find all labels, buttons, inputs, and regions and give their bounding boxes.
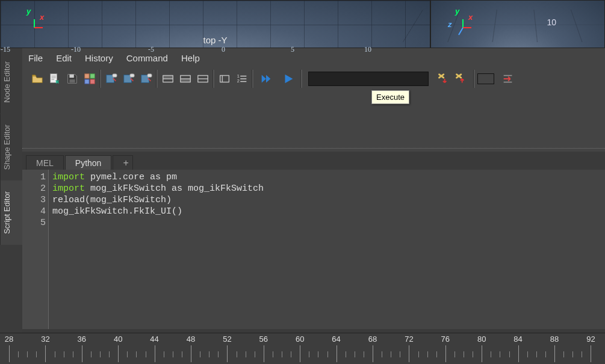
source-script-icon[interactable] (47, 72, 62, 87)
menu-history[interactable]: History (85, 53, 113, 63)
execute-icon[interactable] (278, 72, 298, 87)
line-number-gutter: 12345 (22, 170, 49, 329)
timeline-tick-minor (173, 351, 173, 357)
ruler-tick: -10 (71, 45, 81, 54)
timeline-tick-minor (127, 351, 128, 357)
toolbar-search-group (431, 72, 471, 87)
timeline-tick-minor (146, 351, 146, 357)
show-both-icon[interactable] (195, 72, 210, 87)
tooltip: Execute (371, 90, 409, 104)
open-script-icon[interactable] (29, 72, 45, 87)
timeline-tick-minor (418, 351, 419, 357)
viewport-top[interactable]: y x top -Y -15-10-50510 (0, 0, 430, 48)
menu-file[interactable]: File (28, 53, 43, 63)
clear-input-icon[interactable] (121, 72, 136, 87)
code-editor[interactable]: import pymel.core as pmimport mog_ikFkSw… (49, 170, 605, 329)
axis-z-label: z (448, 20, 452, 29)
timeline-frame-label: 48 (187, 335, 195, 344)
line-number: 4 (22, 206, 46, 217)
timeline-tick-major (373, 345, 373, 362)
editor-tab-mel[interactable]: MEL (26, 155, 64, 170)
search-up-icon[interactable] (452, 72, 467, 87)
menu-edit[interactable]: Edit (56, 53, 72, 63)
editor-wrap: 12345 import pymel.core as pmimport mog_… (22, 170, 605, 329)
add-tab-button[interactable]: + (113, 155, 133, 170)
timeline-tick-minor (273, 351, 273, 357)
menu-bar: FileEditHistoryCommandHelp (22, 48, 605, 67)
timeline-tick-major (518, 345, 519, 362)
script-editor-panel: FileEditHistoryCommandHelp 12 Execute ME… (22, 48, 605, 333)
svg-rect-12 (147, 74, 151, 78)
timeline-tick-minor (536, 351, 537, 357)
timeline-frame-label: 44 (150, 335, 158, 344)
timeline-tick-minor (36, 351, 37, 357)
timeline-frame-label: 80 (477, 335, 486, 344)
toolbar-main-group: 12 (26, 70, 306, 88)
timeline-tick-major (300, 345, 300, 362)
timeline-tick-minor (209, 351, 209, 357)
menu-help[interactable]: Help (181, 53, 200, 63)
toolbar-separator (156, 70, 158, 88)
syntax-color-swatch[interactable] (477, 73, 494, 84)
code-line[interactable]: import mog_ikFkSwitch as mog_ikFkSwitch (52, 183, 601, 194)
editor-tab-python[interactable]: Python (65, 155, 112, 170)
timeline-frame-label: 72 (405, 335, 413, 344)
execute-all-icon[interactable] (256, 72, 276, 87)
timeline-tick-minor (355, 351, 355, 357)
ruler-tick: 5 (291, 45, 294, 54)
line-number: 5 (22, 217, 46, 229)
search-down-icon[interactable] (435, 72, 450, 87)
go-to-line-icon[interactable] (500, 72, 515, 87)
axis-y-label: y (455, 7, 459, 16)
show-history-icon[interactable] (160, 72, 175, 87)
timeline-frame-label: 60 (296, 335, 304, 344)
show-input-icon[interactable] (178, 72, 193, 87)
timeline-tick-minor (255, 351, 255, 357)
viewport-persp[interactable]: y x z 10 (430, 0, 605, 48)
timeline-tick-minor (527, 351, 528, 357)
toolbar-separator (252, 70, 253, 88)
timeline-tick-minor (27, 351, 28, 357)
menu-command[interactable]: Command (126, 53, 168, 63)
timeline-tick-minor (55, 351, 55, 357)
axis-y-label: y (26, 7, 31, 16)
timeline-tick-major (9, 345, 10, 362)
timeline-tick-minor (491, 351, 491, 357)
timeline-frame-label: 84 (513, 335, 522, 344)
side-tab-node-editor[interactable]: Node Editor (0, 51, 22, 114)
clear-all-icon[interactable] (138, 72, 154, 87)
clear-history-icon[interactable] (104, 72, 119, 87)
svg-rect-4 (90, 74, 94, 78)
code-line[interactable]: reload(mog_ikFkSwitch) (52, 194, 601, 206)
history-output-pane[interactable] (22, 93, 605, 148)
timeline-tick-major (554, 345, 555, 362)
code-line[interactable]: import pymel.core as pm (52, 171, 601, 183)
svg-rect-3 (84, 74, 88, 78)
timeline-tick-minor (382, 351, 382, 357)
time-slider[interactable]: 2832364044485256606468727680848892 (0, 333, 605, 364)
side-tabs: Node EditorShape EditorScript Editor (0, 48, 22, 333)
code-line[interactable] (52, 217, 601, 229)
timeline-tick-major (191, 345, 191, 362)
svg-rect-5 (84, 79, 88, 84)
toolbar-separator (300, 70, 302, 88)
timeline-tick-minor (18, 351, 19, 357)
save-to-shelf-icon[interactable] (82, 72, 97, 87)
timeline-tick-minor (182, 351, 182, 357)
save-script-icon[interactable] (64, 72, 79, 87)
search-input[interactable] (308, 72, 429, 86)
echo-all-icon[interactable] (217, 72, 232, 87)
timeline-tick-minor (291, 351, 291, 357)
svg-rect-6 (90, 79, 94, 84)
timeline-tick-minor (400, 351, 400, 357)
timeline-tick-minor (500, 351, 500, 357)
axis-gizmo-left: y x (25, 19, 43, 37)
toolbar-separator (99, 70, 101, 88)
line-numbers-icon[interactable]: 12 (234, 72, 249, 87)
code-line[interactable]: mog_ikFkSwitch.FkIk_UI() (52, 206, 601, 217)
side-tab-script-editor[interactable]: Script Editor (0, 180, 22, 245)
viewport-label: top -Y (203, 35, 227, 45)
svg-rect-8 (112, 74, 116, 78)
side-tab-shape-editor[interactable]: Shape Editor (0, 114, 22, 180)
timeline-tick-minor (64, 351, 64, 357)
